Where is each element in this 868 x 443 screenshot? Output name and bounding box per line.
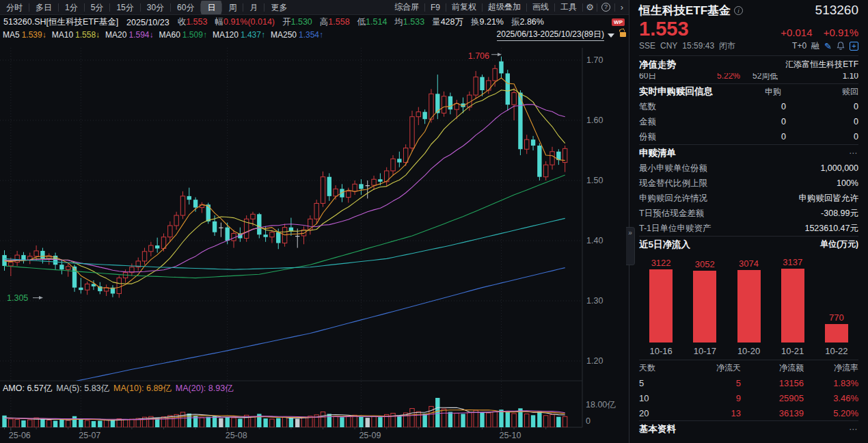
flow-bar (825, 324, 848, 343)
nav-section-row[interactable]: 净值走势 汇添富恒生科技ETF (639, 56, 858, 73)
quote-time: 15:59:43 (682, 41, 714, 51)
basic-more-ellipsis-icon[interactable]: ⋯ (849, 425, 858, 434)
tab-多日[interactable]: 多日 (29, 1, 58, 14)
candle (117, 278, 121, 294)
candle (9, 263, 13, 266)
date-range-control[interactable]: 2025/06/13-2025/10/23(89日) (497, 29, 626, 41)
tab-30分[interactable]: 30分 (141, 1, 170, 14)
flow-table-cell: 9 (686, 393, 741, 403)
market-status: 闭市 (719, 40, 735, 52)
flow-bar-column: 3122 (639, 258, 683, 343)
more-ellipsis-icon[interactable]: ⋯ (849, 148, 858, 158)
wp-badge[interactable]: WP (612, 18, 625, 26)
chevron-down-icon[interactable] (608, 33, 614, 38)
tab-周[interactable]: 周 (222, 1, 243, 14)
tool-综合屏[interactable]: 综合屏 (389, 1, 424, 13)
panel-collapse-handle[interactable]: » (626, 227, 635, 265)
flow-bar-column: 770 (815, 312, 858, 343)
candle (410, 117, 414, 148)
y-axis-label: 1.70 (586, 55, 603, 65)
flow-bar-date: 10-22 (815, 346, 858, 356)
volume-bar (512, 414, 516, 427)
x-axis-label: 25-08 (226, 431, 247, 440)
ma-name: MA250 (271, 30, 297, 40)
volume-bar (295, 419, 299, 427)
tab-更多[interactable]: 更多 (265, 1, 293, 14)
volume-bar (168, 416, 172, 427)
nav-fund-full-name: 汇添富恒生科技ETF (785, 59, 858, 70)
tab-月[interactable]: 月 (243, 1, 264, 14)
candle (448, 96, 452, 109)
candle (213, 222, 217, 232)
edit-pencil-icon[interactable]: ✎ (824, 41, 832, 51)
fund-code: 513260 (815, 3, 858, 18)
redemption-row: 最小申赎单位份额1,000,000 (639, 161, 858, 176)
row-label: T-1日单位申赎资产 (639, 223, 711, 234)
add-icon[interactable]: + (850, 42, 858, 51)
tool-F9[interactable]: F9 (425, 3, 446, 12)
redemption-row: 现金替代比例上限100% (639, 176, 858, 191)
candle (66, 267, 70, 269)
help-icon[interactable]: ? (601, 3, 610, 12)
nav-title: 净值走势 (639, 59, 676, 71)
candle (506, 73, 510, 105)
basic-section-header[interactable]: 基本资料 ⋯ (639, 420, 858, 437)
volume-bar (85, 420, 89, 427)
field-label: 幅 (215, 17, 223, 27)
tab-日[interactable]: 日 (201, 1, 221, 14)
tab-分时[interactable]: 分时 (0, 1, 29, 14)
quote-fields: 收1.553幅0.91%(0.014)开1.530高1.558低1.514均1.… (178, 16, 552, 28)
volume-legend-item: MA(10): 6.89亿 (113, 384, 172, 393)
candle (531, 139, 535, 146)
flow-bar-column: 3137 (771, 257, 815, 343)
field-value: 1.558 (328, 17, 349, 27)
stat-label-2: 52周低 (752, 73, 778, 82)
alert-bell-icon[interactable] (836, 41, 845, 51)
chevron-right-icon[interactable]: › (615, 2, 629, 12)
redemption-rows: 最小申赎单位份额1,000,000现金替代比例上限100%申购赎回允许情况申购赎… (639, 161, 858, 236)
candle (416, 112, 420, 117)
candle (512, 93, 516, 105)
gear-icon[interactable]: ⚙ (583, 2, 597, 12)
tab-5分[interactable]: 5分 (85, 1, 110, 14)
candle (174, 215, 178, 226)
field-value: 1.530 (291, 17, 312, 27)
volume-bar (506, 412, 510, 427)
volume-bar (531, 415, 535, 427)
tool-超级叠加[interactable]: 超级叠加 (483, 1, 526, 13)
side-panel: 恒生科技ETF基金 i 513260 1.553 +0.014 +0.91% S… (629, 0, 868, 443)
flow-table-cell: 5 (686, 378, 741, 388)
tool-画线[interactable]: 画线 (527, 1, 554, 13)
x-axis-label: 25-07 (79, 431, 100, 440)
low-arrow-head (39, 296, 43, 299)
tool-前复权[interactable]: 前复权 (446, 1, 482, 13)
lock-open-icon[interactable] (620, 32, 626, 37)
volume-bar (410, 409, 414, 427)
volume-bar (499, 410, 503, 427)
redemption-row: 申购赎回允许情况申购赎回皆允许 (639, 191, 858, 206)
date-range-label[interactable]: 2025/06/13-2025/10/23(89日) (497, 29, 604, 41)
candle (525, 139, 529, 149)
flow-table-cell: 13156 (741, 378, 804, 388)
basic-title: 基本资料 (639, 423, 676, 435)
tool-工具[interactable]: 工具 (555, 1, 582, 13)
flow-table-col-header: 净流额 (741, 362, 804, 374)
redemption-section-header: 申赎清单 ⋯ (639, 144, 858, 161)
volume-bar (251, 416, 255, 427)
exchange-label: SSE (639, 41, 655, 51)
tab-60分[interactable]: 60分 (171, 1, 200, 14)
flow-table: 天数净流天净流额净流率55131561.83%109259053.46%2013… (639, 360, 858, 420)
volume-bar (79, 418, 83, 427)
info-icon[interactable]: i (734, 6, 743, 15)
symbol-label: 513260.SH[恒生科技ETF基金] (3, 16, 118, 28)
ma-name: MA20 (105, 30, 126, 40)
tab-1分[interactable]: 1分 (59, 1, 84, 14)
volume-bar (359, 417, 363, 427)
volume-series (2, 398, 567, 427)
field-value: 1.533 (403, 17, 424, 27)
flows-unit: 单位(万元) (820, 239, 858, 250)
stat-label: 60日 (639, 73, 687, 82)
candle (270, 232, 274, 237)
candle (372, 179, 376, 185)
tab-15分[interactable]: 15分 (110, 1, 139, 14)
